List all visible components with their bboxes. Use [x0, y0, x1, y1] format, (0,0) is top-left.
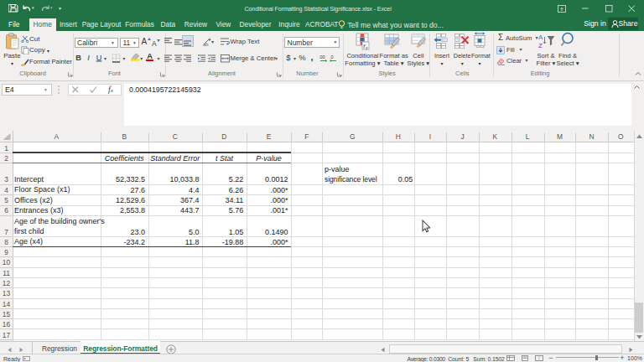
svg-text:.0: .0: [330, 54, 334, 59]
svg-text:A: A: [538, 34, 543, 41]
svg-text:Z: Z: [538, 42, 543, 49]
svg-text:x: x: [365, 45, 368, 50]
svg-text:ab: ab: [203, 42, 209, 47]
svg-text:.00: .00: [319, 54, 325, 59]
